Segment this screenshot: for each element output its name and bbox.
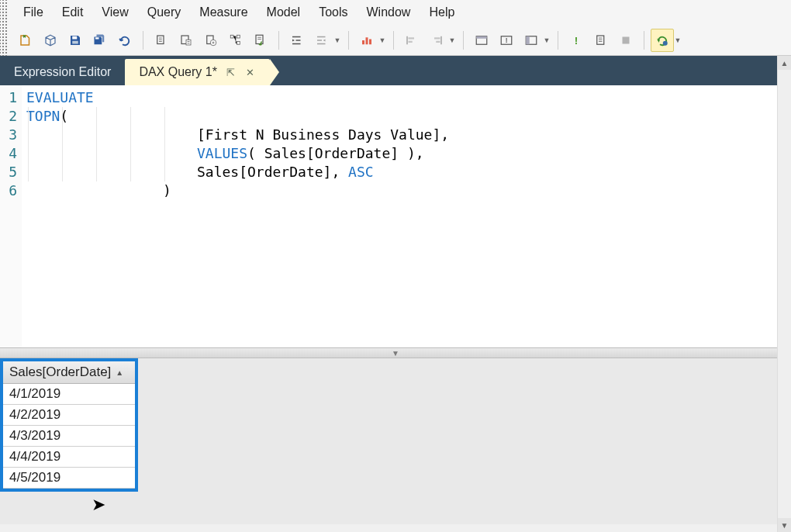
chart-dropdown[interactable]: ▼	[355, 29, 387, 52]
svg-rect-9	[237, 35, 240, 38]
svg-rect-20	[476, 36, 487, 38]
toolbar-separator	[143, 31, 143, 50]
horizontal-splitter[interactable]: ▼	[0, 347, 791, 358]
line-number: 1	[0, 88, 17, 107]
svg-rect-27	[623, 36, 630, 43]
scroll-down-icon[interactable]: ▼	[778, 518, 791, 532]
toolbar-separator	[558, 31, 558, 50]
code-area[interactable]: EVALUATE TOPN( [First N Business Days Va…	[22, 85, 791, 347]
save-icon[interactable]	[64, 29, 87, 52]
line-number: 6	[0, 181, 17, 200]
svg-rect-15	[409, 37, 415, 39]
tree-icon[interactable]	[224, 29, 247, 52]
menu-help[interactable]: Help	[420, 1, 464, 24]
run-dropdown[interactable]: ▼	[651, 29, 682, 52]
code-token: [First N Business Days Value],	[197, 126, 449, 143]
toolbar-separator	[644, 31, 644, 50]
save-all-icon[interactable]	[88, 29, 112, 52]
results-pane: Sales[OrderDate] ▲ 4/1/2019 4/2/2019 4/3…	[0, 358, 791, 524]
svg-rect-5	[186, 40, 191, 45]
menu-window[interactable]: Window	[358, 1, 420, 24]
vertical-scrollbar[interactable]: ▲ ▼	[777, 56, 791, 532]
table-row[interactable]: 4/3/2019	[3, 426, 135, 447]
align-left-icon[interactable]	[400, 29, 423, 52]
code-token: ASC	[348, 164, 374, 180]
close-icon[interactable]: ✕	[244, 67, 256, 78]
code-token: ( Sales[OrderDate] ),	[247, 145, 424, 161]
line-gutter: 1 2 3 4 5 6	[0, 85, 22, 347]
tab-expression-editor[interactable]: Expression Editor	[0, 59, 125, 85]
svg-rect-16	[409, 40, 413, 42]
run-gear-icon[interactable]	[651, 29, 674, 52]
tab-label: DAX Query 1*	[139, 65, 216, 79]
indent-icon[interactable]	[285, 29, 309, 52]
copy-icon[interactable]	[150, 29, 173, 52]
svg-text:!: !	[506, 37, 508, 44]
svg-rect-10	[237, 41, 240, 44]
undo-icon[interactable]	[113, 29, 136, 52]
outdent-icon[interactable]	[310, 29, 333, 52]
table-row[interactable]: 4/2/2019	[3, 405, 135, 426]
paste-special-icon[interactable]	[174, 29, 198, 52]
doc-icon[interactable]	[589, 29, 613, 52]
svg-rect-17	[434, 37, 440, 39]
chevron-down-icon[interactable]: ▼	[542, 36, 551, 44]
sort-asc-icon: ▲	[116, 368, 123, 377]
svg-rect-1	[72, 40, 78, 43]
toolbar-separator	[278, 31, 279, 50]
exclaim-icon[interactable]: !	[565, 29, 588, 52]
menu-view[interactable]: View	[92, 1, 137, 24]
code-token: VALUES	[197, 145, 247, 161]
menubar: File Edit View Query Measure Model Tools…	[0, 0, 791, 25]
code-editor[interactable]: 1 2 3 4 5 6 EVALUATE TOPN( [First N Busi…	[0, 85, 791, 347]
panel-settings-dropdown[interactable]: ▼	[520, 29, 551, 52]
svg-rect-2	[95, 37, 99, 39]
panel-settings-icon[interactable]	[520, 29, 543, 52]
chevron-down-icon[interactable]: ▼	[333, 36, 342, 44]
code-token: )	[163, 182, 171, 199]
paste-icon[interactable]	[199, 29, 223, 52]
line-number: 2	[0, 107, 17, 126]
format-icon[interactable]	[249, 29, 272, 52]
menu-model[interactable]: Model	[257, 1, 310, 24]
chevron-down-icon[interactable]: ▼	[673, 36, 682, 44]
column-label: Sales[OrderDate]	[9, 364, 111, 380]
results-grid[interactable]: Sales[OrderDate] ▲ 4/1/2019 4/2/2019 4/3…	[0, 358, 138, 492]
svg-rect-14	[369, 39, 371, 44]
svg-point-28	[663, 40, 668, 45]
align-right-icon[interactable]	[425, 29, 448, 52]
align-dropdown[interactable]: ▼	[425, 29, 457, 52]
table-row[interactable]: 4/1/2019	[3, 384, 135, 405]
panel-alert-icon[interactable]: !	[495, 29, 518, 52]
line-number: 4	[0, 144, 17, 163]
menu-measure[interactable]: Measure	[190, 1, 257, 24]
chart-icon[interactable]	[355, 29, 378, 52]
svg-rect-12	[362, 40, 364, 44]
svg-rect-13	[366, 37, 368, 44]
menu-edit[interactable]: Edit	[53, 1, 93, 24]
line-number: 5	[0, 163, 17, 181]
indent-guides	[28, 107, 199, 181]
tab-label: Expression Editor	[14, 65, 111, 79]
menu-query[interactable]: Query	[138, 1, 191, 24]
menu-tools[interactable]: Tools	[309, 1, 357, 24]
chevron-down-icon[interactable]: ▼	[378, 36, 387, 44]
column-header[interactable]: Sales[OrderDate] ▲	[3, 361, 135, 384]
table-row[interactable]: 4/5/2019	[3, 468, 135, 489]
svg-rect-0	[72, 36, 77, 39]
panel-icon[interactable]	[470, 29, 493, 52]
pin-icon[interactable]: ⇱	[225, 67, 237, 78]
tab-dax-query[interactable]: DAX Query 1* ⇱ ✕	[125, 59, 269, 85]
chevron-down-icon[interactable]: ▼	[447, 36, 457, 44]
toolbar-separator	[348, 31, 349, 50]
window-grip	[0, 0, 8, 56]
toolbar-separator	[393, 31, 394, 50]
table-row[interactable]: 4/4/2019	[3, 447, 135, 468]
new-query-icon[interactable]	[14, 29, 37, 52]
code-token: EVALUATE	[26, 89, 94, 105]
stop-icon[interactable]	[614, 29, 637, 52]
scroll-up-icon[interactable]: ▲	[778, 56, 791, 70]
menu-file[interactable]: File	[14, 1, 53, 24]
cube-icon[interactable]	[39, 29, 62, 52]
outdent-dropdown[interactable]: ▼	[310, 29, 342, 52]
